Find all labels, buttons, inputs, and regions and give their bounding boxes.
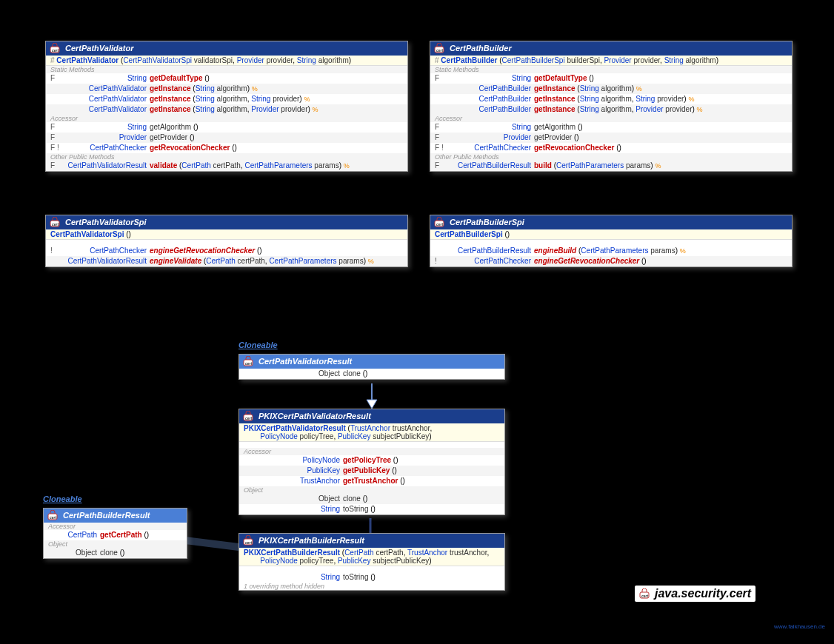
rows: StringtoString () bbox=[239, 572, 504, 583]
class-name: CertPathValidatorSpi bbox=[65, 218, 147, 227]
svg-text:cert: cert bbox=[245, 361, 253, 366]
sections: AccessorPolicyNodegetPolicyTree ()Public… bbox=[239, 448, 504, 514]
constructor: # CertPathBuilder (CertPathBuilderSpi bu… bbox=[430, 56, 792, 66]
method-row: Objectclone () bbox=[239, 494, 504, 504]
section-label: Accessor bbox=[239, 448, 504, 455]
method-row: F !CertPathCheckergetRevocationChecker (… bbox=[430, 143, 792, 153]
cert-icon: cert bbox=[434, 217, 446, 227]
class-certpathbuilder: cert CertPathBuilder # CertPathBuilder (… bbox=[430, 41, 793, 172]
method-row: FStringgetAlgorithm () bbox=[46, 122, 407, 133]
svg-text:cert: cert bbox=[50, 515, 57, 520]
section-label: Other Public Methods bbox=[430, 153, 792, 161]
class-title: cert CertPathValidator bbox=[46, 41, 407, 56]
method-row: F !CertPathCheckergetRevocationChecker (… bbox=[46, 143, 407, 153]
class-certpathvalidatorspi: cert CertPathValidatorSpi CertPathValida… bbox=[45, 215, 408, 267]
constructor: CertPathBuilderSpi () bbox=[430, 229, 792, 240]
section-label: Object bbox=[239, 486, 504, 494]
rows: !CertPathCheckerengineGetRevocationCheck… bbox=[46, 246, 407, 266]
hidden-methods-note: 1 overriding method hidden bbox=[239, 583, 504, 590]
class-pkixcertpathvalidatorresult: cert PKIXCertPathValidatorResult PKIXCer… bbox=[238, 409, 505, 515]
interface-certpathvalidatorresult: cert CertPathValidatorResult Objectclone… bbox=[238, 354, 505, 380]
class-title: cert CertPathBuilderResult bbox=[44, 509, 187, 523]
method-row: CertPathBuildergetInstance (String algor… bbox=[430, 94, 792, 104]
svg-text:cert: cert bbox=[245, 540, 253, 545]
cert-icon: cert bbox=[639, 588, 651, 599]
ctor-params: CertPathValidatorSpi validatorSpi, Provi… bbox=[123, 56, 348, 64]
interface-cloneable: Cloneable bbox=[238, 341, 278, 349]
cert-icon: cert bbox=[243, 411, 255, 421]
method-row: FCertPathBuilderResultbuild (CertPathPar… bbox=[430, 161, 792, 171]
class-title: cert PKIXCertPathValidatorResult bbox=[239, 409, 504, 423]
package-name: java.security.cert bbox=[655, 587, 751, 600]
svg-line-2 bbox=[185, 540, 244, 548]
svg-text:cert: cert bbox=[52, 48, 59, 53]
class-title: cert CertPathBuilder bbox=[430, 41, 792, 56]
constructor: # CertPathValidator (CertPathValidatorSp… bbox=[46, 56, 407, 66]
interface-cloneable: Cloneable bbox=[43, 494, 82, 503]
method-row: FStringgetDefaultType () bbox=[46, 73, 407, 84]
method-row: CertPathValidatorResultengineValidate (C… bbox=[46, 256, 407, 266]
cert-icon: cert bbox=[434, 43, 446, 53]
class-name: CertPathValidatorResult bbox=[258, 357, 352, 366]
cert-icon: cert bbox=[243, 535, 255, 546]
svg-text:cert: cert bbox=[52, 222, 59, 227]
sections: Static MethodsFStringgetDefaultType ()Ce… bbox=[430, 66, 792, 171]
svg-text:cert: cert bbox=[436, 48, 444, 53]
class-name: CertPathValidator bbox=[65, 44, 134, 53]
cert-icon: cert bbox=[50, 43, 61, 53]
method-row: StringtoString () bbox=[239, 572, 504, 583]
section-label: Accessor bbox=[44, 523, 187, 530]
section-label: Object bbox=[44, 540, 187, 548]
method-row: CertPathValidatorgetInstance (String alg… bbox=[46, 104, 407, 115]
method-row: StringtoString () bbox=[239, 504, 504, 514]
svg-text:cert: cert bbox=[436, 222, 444, 227]
diagram-canvas: cert CertPathValidator # CertPathValidat… bbox=[0, 0, 834, 644]
section-label: Other Public Methods bbox=[46, 153, 407, 161]
method-row: CertPathgetCertPath () bbox=[44, 530, 187, 540]
class-name: PKIXCertPathValidatorResult bbox=[258, 412, 371, 420]
class-pkixcertpathbuilderresult: cert PKIXCertPathBuilderResult PKIXCertP… bbox=[238, 533, 505, 591]
method-row: FStringgetAlgorithm () bbox=[430, 122, 792, 133]
class-title: cert PKIXCertPathBuilderResult bbox=[239, 534, 504, 548]
method-row: FProvidergetProvider () bbox=[46, 133, 407, 143]
method-row: FCertPathValidatorResultvalidate (CertPa… bbox=[46, 161, 407, 171]
section-label: Accessor bbox=[430, 115, 792, 122]
class-title: cert CertPathValidatorSpi bbox=[46, 215, 407, 229]
class-name: CertPathBuilderSpi bbox=[450, 218, 524, 227]
class-title: cert CertPathValidatorResult bbox=[239, 355, 504, 369]
section-label: Static Methods bbox=[46, 66, 407, 73]
credit-link[interactable]: www.falkhausen.de bbox=[774, 623, 825, 630]
method-row: Objectclone () bbox=[239, 369, 504, 379]
constructor: CertPathValidatorSpi () bbox=[46, 229, 407, 240]
section-label: Static Methods bbox=[430, 66, 792, 73]
cert-icon: cert bbox=[47, 510, 59, 520]
class-certpathvalidator: cert CertPathValidator # CertPathValidat… bbox=[45, 41, 408, 172]
class-name: CertPathBuilder bbox=[450, 44, 512, 53]
class-name: CertPathBuilderResult bbox=[63, 511, 150, 520]
class-title: cert CertPathBuilderSpi bbox=[430, 215, 792, 229]
svg-text:cert: cert bbox=[641, 594, 649, 598]
method-row: FProvidergetProvider () bbox=[430, 133, 792, 143]
constructor: PKIXCertPathValidatorResult (TrustAnchor… bbox=[239, 423, 504, 442]
rows: Objectclone () bbox=[239, 369, 504, 379]
svg-text:cert: cert bbox=[245, 416, 253, 420]
svg-marker-1 bbox=[367, 400, 377, 409]
sections: AccessorCertPathgetCertPath ()ObjectObje… bbox=[44, 523, 187, 558]
method-row: PublicKeygetPublicKey () bbox=[239, 466, 504, 476]
cert-icon: cert bbox=[243, 356, 255, 366]
class-name: PKIXCertPathBuilderResult bbox=[258, 536, 364, 545]
interface-certpathbuilderresult: cert CertPathBuilderResult AccessorCertP… bbox=[43, 508, 187, 559]
constructor: PKIXCertPathBuilderResult (CertPath cert… bbox=[239, 548, 504, 566]
method-row: CertPathBuildergetInstance (String algor… bbox=[430, 104, 792, 115]
method-row: !CertPathCheckerengineGetRevocationCheck… bbox=[430, 256, 792, 266]
method-row: CertPathBuildergetInstance (String algor… bbox=[430, 84, 792, 94]
sections: Static MethodsFStringgetDefaultType ()Ce… bbox=[46, 66, 407, 171]
ctor-params: CertPathBuilderSpi builderSpi, Provider … bbox=[502, 56, 716, 64]
method-row: Objectclone () bbox=[44, 548, 187, 558]
cert-icon: cert bbox=[50, 217, 61, 227]
method-row: CertPathValidatorgetInstance (String alg… bbox=[46, 94, 407, 104]
method-row: !CertPathCheckerengineGetRevocationCheck… bbox=[46, 246, 407, 256]
package-label: cert java.security.cert bbox=[635, 586, 755, 602]
method-row: CertPathBuilderResultengineBuild (CertPa… bbox=[430, 246, 792, 256]
method-row: TrustAnchorgetTrustAnchor () bbox=[239, 476, 504, 486]
